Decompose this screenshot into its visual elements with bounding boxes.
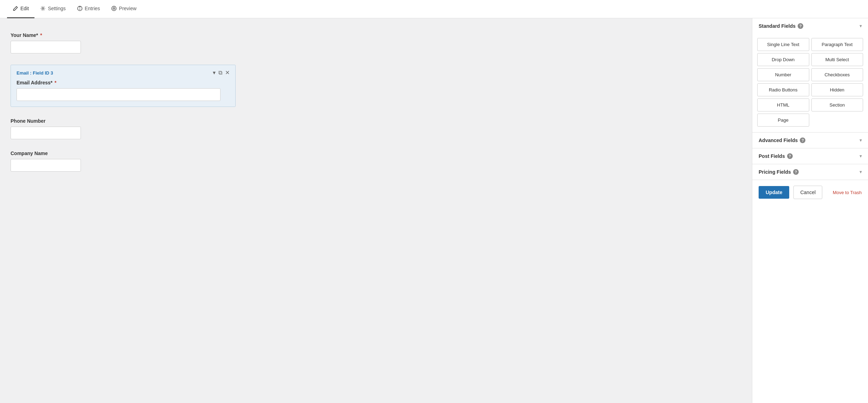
advanced-fields-title-wrap: Advanced Fields ?	[759, 137, 805, 143]
top-navigation: Edit Settings Entries Preview	[0, 0, 868, 18]
email-field-card-header: Email : Field ID 3 ▾ ⧉ ✕	[17, 70, 230, 76]
pricing-fields-help-icon[interactable]: ?	[793, 169, 799, 175]
standard-fields-section: Standard Fields ? ▾ Single Line Text Par…	[752, 18, 868, 133]
add-radio-buttons-button[interactable]: Radio Buttons	[757, 83, 809, 96]
tab-settings[interactable]: Settings	[34, 0, 71, 18]
name-field-label: Your Name* *	[11, 32, 741, 38]
sidebar-actions: Update Cancel Move to Trash	[752, 180, 868, 205]
svg-point-3	[113, 8, 115, 9]
post-fields-help-icon[interactable]: ?	[787, 153, 793, 159]
phone-field-label: Phone Number	[11, 118, 741, 124]
edit-icon	[13, 6, 18, 11]
add-multi-select-button[interactable]: Multi Select	[811, 53, 863, 66]
tab-preview[interactable]: Preview	[106, 0, 142, 18]
svg-point-2	[112, 6, 116, 11]
standard-fields-grid: Single Line Text Paragraph Text Drop Dow…	[752, 34, 868, 132]
advanced-fields-chevron: ▾	[860, 138, 862, 143]
pricing-fields-title-wrap: Pricing Fields ?	[759, 169, 799, 175]
phone-field-block: Phone Number	[11, 118, 741, 139]
add-paragraph-text-button[interactable]: Paragraph Text	[811, 38, 863, 51]
standard-fields-chevron: ▾	[860, 24, 862, 28]
preview-icon	[111, 6, 117, 11]
advanced-fields-section: Advanced Fields ? ▾	[752, 133, 868, 148]
company-field-label: Company Name	[11, 151, 741, 156]
email-field-remove-icon[interactable]: ✕	[225, 70, 230, 76]
add-html-button[interactable]: HTML	[757, 98, 809, 111]
entries-icon	[77, 6, 83, 11]
email-field-input[interactable]	[17, 88, 221, 101]
advanced-fields-title: Advanced Fields	[759, 137, 798, 143]
post-fields-title: Post Fields	[759, 153, 785, 159]
advanced-fields-header[interactable]: Advanced Fields ? ▾	[752, 133, 868, 148]
pricing-fields-title: Pricing Fields	[759, 169, 791, 175]
email-field-card: Email : Field ID 3 ▾ ⧉ ✕ Email Address* …	[11, 65, 236, 107]
fields-sidebar: Standard Fields ? ▾ Single Line Text Par…	[752, 18, 868, 403]
company-field-input[interactable]	[11, 159, 81, 172]
add-section-button[interactable]: Section	[811, 98, 863, 111]
update-button[interactable]: Update	[759, 186, 789, 199]
advanced-fields-help-icon[interactable]: ?	[800, 137, 805, 143]
standard-fields-title: Standard Fields	[759, 23, 796, 29]
add-page-button[interactable]: Page	[757, 114, 809, 127]
post-fields-title-wrap: Post Fields ?	[759, 153, 793, 159]
tab-edit[interactable]: Edit	[7, 0, 34, 18]
tab-entries-label: Entries	[85, 6, 100, 11]
post-fields-chevron: ▾	[860, 154, 862, 159]
name-field-block: Your Name* *	[11, 32, 741, 53]
tab-preview-label: Preview	[119, 6, 136, 11]
pricing-fields-section: Pricing Fields ? ▾	[752, 164, 868, 180]
settings-icon	[40, 6, 46, 11]
standard-fields-title-wrap: Standard Fields ?	[759, 23, 803, 29]
pricing-fields-chevron: ▾	[860, 169, 862, 174]
form-editor-area: Your Name* * Email : Field ID 3 ▾ ⧉ ✕ Em…	[0, 18, 752, 403]
name-field-input[interactable]	[11, 41, 81, 53]
phone-field-input[interactable]	[11, 127, 81, 139]
main-layout: Your Name* * Email : Field ID 3 ▾ ⧉ ✕ Em…	[0, 18, 868, 403]
standard-fields-help-icon[interactable]: ?	[798, 23, 803, 29]
svg-point-0	[42, 8, 44, 9]
email-field-label: Email Address* *	[17, 80, 230, 85]
tab-entries[interactable]: Entries	[71, 0, 106, 18]
email-field-duplicate-icon[interactable]: ⧉	[218, 70, 222, 76]
pricing-fields-header[interactable]: Pricing Fields ? ▾	[752, 164, 868, 180]
email-field-collapse-icon[interactable]: ▾	[213, 70, 216, 76]
company-field-block: Company Name	[11, 151, 741, 172]
post-fields-section: Post Fields ? ▾	[752, 148, 868, 164]
name-required-star: *	[40, 32, 42, 38]
email-field-actions: ▾ ⧉ ✕	[213, 70, 230, 76]
post-fields-header[interactable]: Post Fields ? ▾	[752, 148, 868, 164]
cancel-button[interactable]: Cancel	[793, 186, 822, 199]
move-to-trash-button[interactable]: Move to Trash	[833, 190, 862, 195]
tab-settings-label: Settings	[48, 6, 66, 11]
add-drop-down-button[interactable]: Drop Down	[757, 53, 809, 66]
add-checkboxes-button[interactable]: Checkboxes	[811, 68, 863, 81]
tab-edit-label: Edit	[20, 6, 29, 11]
add-number-button[interactable]: Number	[757, 68, 809, 81]
add-single-line-text-button[interactable]: Single Line Text	[757, 38, 809, 51]
standard-fields-header[interactable]: Standard Fields ? ▾	[752, 18, 868, 34]
add-hidden-button[interactable]: Hidden	[811, 83, 863, 96]
email-required-star: *	[55, 80, 56, 85]
email-field-title: Email : Field ID 3	[17, 70, 53, 76]
